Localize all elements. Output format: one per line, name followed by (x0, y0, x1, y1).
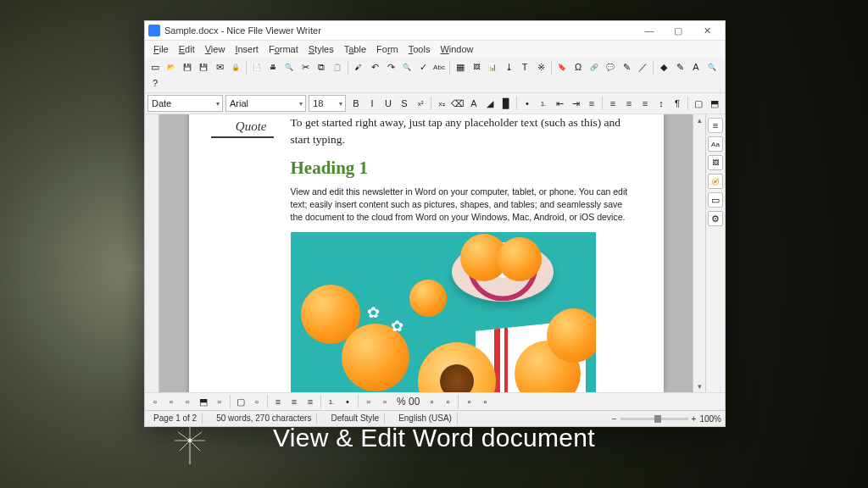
align-center-icon[interactable]: ≡ (605, 96, 620, 111)
align-left-icon[interactable]: ≡ (584, 96, 599, 111)
document-page[interactable]: Quote To get started right away, just ta… (189, 114, 664, 392)
properties-icon[interactable]: ≡ (708, 118, 723, 133)
vertical-ruler[interactable] (145, 114, 159, 392)
table-icon[interactable]: ▫ (147, 395, 163, 408)
document-viewport[interactable]: Quote To get started right away, just ta… (159, 114, 693, 392)
superscript-icon[interactable]: x² (413, 96, 428, 111)
inspect-icon[interactable]: ⚙ (708, 211, 723, 226)
hyperlink-icon[interactable]: 🔗 (587, 59, 602, 75)
abc-icon[interactable]: Abc (431, 59, 447, 75)
line-spacing-icon[interactable]: ↕ (654, 96, 669, 111)
clone-format-icon[interactable]: 🖌 (351, 59, 366, 75)
col-icon[interactable]: ▫ (180, 395, 195, 408)
print-icon[interactable]: 🖶 (265, 59, 281, 75)
background-icon[interactable]: ▉ (498, 96, 514, 111)
trackchanges-icon[interactable]: ✎ (619, 59, 634, 75)
split-icon[interactable]: ▫ (212, 395, 227, 408)
align-left-icon[interactable]: ≡ (270, 395, 286, 408)
align-right-icon[interactable]: ≡ (621, 96, 637, 111)
copy-icon[interactable]: ⧉ (314, 59, 329, 75)
clear-format-icon[interactable]: ⌫ (450, 96, 465, 111)
pdf-icon[interactable]: 📄 (249, 59, 264, 75)
align-right-icon[interactable]: ≡ (303, 395, 318, 408)
save-as-icon[interactable]: 💾 (196, 59, 211, 75)
line-icon[interactable]: ／ (635, 59, 650, 75)
lock-icon[interactable]: 🔒 (228, 59, 243, 75)
paste-icon[interactable]: 📋 (330, 59, 345, 75)
font-name-combo[interactable]: Arial (225, 95, 306, 112)
zoom-out-button[interactable]: − (612, 414, 617, 424)
menu-file[interactable]: File (148, 43, 174, 55)
zoom-slider[interactable] (620, 418, 688, 420)
bullets-icon[interactable]: • (520, 96, 535, 111)
omega-icon[interactable]: Ω (570, 59, 586, 75)
close-button[interactable]: ✕ (693, 21, 721, 40)
fill-icon[interactable]: ▫ (249, 395, 264, 408)
bold-icon[interactable]: B (348, 96, 364, 111)
heading-1[interactable]: Heading 1 (291, 158, 633, 179)
menu-view[interactable]: View (200, 43, 231, 55)
page-break-icon[interactable]: ⤓ (501, 59, 516, 75)
merge-icon[interactable]: ⬒ (707, 96, 722, 111)
maximize-button[interactable]: ▢ (664, 21, 693, 40)
spellcheck-icon[interactable]: ✓ (415, 59, 431, 75)
chart-icon[interactable]: 📊 (485, 59, 500, 75)
insert-row-icon[interactable]: ▫ (424, 395, 439, 408)
sum-icon[interactable]: ▫ (461, 395, 476, 408)
highlight-icon[interactable]: ◢ (482, 96, 498, 111)
indent-icon[interactable]: ⇥ (568, 96, 583, 111)
table-insert-icon[interactable]: ▦ (453, 59, 468, 75)
sort-icon[interactable]: ▫ (361, 395, 376, 408)
borders-icon[interactable]: ▢ (691, 96, 706, 111)
undo-icon[interactable]: ↶ (367, 59, 382, 75)
find-icon[interactable]: 🔍 (399, 59, 415, 75)
autoformat-icon[interactable]: ▫ (377, 395, 392, 408)
footnote-icon[interactable]: ※ (533, 59, 548, 75)
bookmark-icon[interactable]: 🔖 (554, 59, 570, 75)
menu-styles[interactable]: Styles (303, 43, 339, 55)
italic-icon[interactable]: I (364, 96, 380, 111)
outdent-icon[interactable]: ⇤ (552, 96, 567, 111)
body-paragraph[interactable]: View and edit this newsletter in Word on… (291, 186, 633, 225)
help-icon[interactable]: ? (147, 75, 163, 91)
fontwork-icon[interactable]: A (688, 59, 704, 75)
menu-edit[interactable]: Edit (174, 43, 200, 55)
menu-format[interactable]: Format (264, 43, 303, 55)
page-icon[interactable]: ▭ (708, 192, 723, 208)
status-language[interactable]: English (USA) (393, 413, 458, 424)
scroll-down-icon[interactable]: ▾ (698, 382, 702, 391)
gallery-icon[interactable]: 🖼 (708, 155, 723, 170)
para-spacing-icon[interactable]: ¶ (670, 96, 685, 111)
menu-form[interactable]: Form (371, 43, 403, 55)
textbox-icon[interactable]: T (517, 59, 532, 75)
fx-icon[interactable]: ▫ (477, 395, 492, 408)
draw-icon[interactable]: ✎ (672, 59, 687, 75)
comment-icon[interactable]: 💬 (603, 59, 618, 75)
vertical-scrollbar[interactable]: ▴ ▾ (693, 114, 705, 392)
new-icon[interactable]: ▭ (147, 59, 163, 75)
status-wordcount[interactable]: 50 words, 270 characters (211, 413, 317, 424)
subscript-icon[interactable]: x₂ (434, 96, 449, 111)
navigator-icon[interactable]: 🧭 (708, 174, 723, 189)
intro-paragraph[interactable]: To get started right away, just tap any … (291, 114, 633, 149)
numbering-icon[interactable]: 1. (536, 96, 551, 111)
menu-window[interactable]: Window (435, 43, 478, 55)
menu-insert[interactable]: Insert (230, 43, 264, 55)
align-justify-icon[interactable]: ≡ (637, 96, 653, 111)
align-center-icon[interactable]: ≡ (287, 395, 302, 408)
zoom-in-button[interactable]: + (692, 414, 697, 424)
print-preview-icon[interactable]: 🔍 (281, 59, 297, 75)
redo-icon[interactable]: ↷ (383, 59, 398, 75)
open-icon[interactable]: 📂 (164, 59, 179, 75)
borders-icon[interactable]: ▢ (233, 395, 248, 408)
inserted-image[interactable]: ✿ ✿ (291, 232, 596, 392)
font-size-combo[interactable]: 18 (309, 95, 346, 112)
scroll-up-icon[interactable]: ▴ (698, 116, 702, 125)
insert-col-icon[interactable]: ▫ (440, 395, 455, 408)
numbering-icon[interactable]: 1. (324, 395, 339, 408)
font-color-icon[interactable]: A (466, 96, 481, 111)
menu-table[interactable]: Table (339, 43, 371, 55)
row-icon[interactable]: ▫ (164, 395, 179, 408)
shapes-icon[interactable]: ◆ (656, 59, 671, 75)
zoom-level[interactable]: 100% (699, 414, 721, 424)
